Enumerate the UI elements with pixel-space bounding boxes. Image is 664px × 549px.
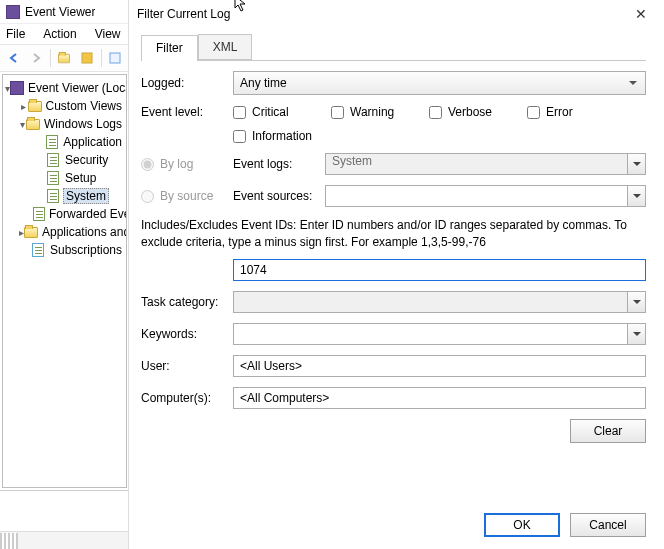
radio-by-source: By source xyxy=(141,189,233,203)
user-input[interactable] xyxy=(233,355,646,377)
dropdown-icon[interactable] xyxy=(627,324,645,344)
cancel-button[interactable]: Cancel xyxy=(570,513,646,537)
tb-icon-3[interactable] xyxy=(106,48,125,68)
tree-panel: ▾ Event Viewer (Local) ▸ Custom Views ▾ … xyxy=(2,74,127,488)
cursor-icon xyxy=(234,0,248,13)
dialog-titlebar: Filter Current Log ✕ xyxy=(129,0,664,28)
keywords-combo[interactable] xyxy=(233,323,646,345)
main-titlebar: Event Viewer xyxy=(0,0,129,24)
dialog-footer: OK Cancel xyxy=(484,513,646,537)
main-title: Event Viewer xyxy=(25,5,95,19)
collapse-icon[interactable]: ▾ xyxy=(19,119,26,130)
menu-action[interactable]: Action xyxy=(39,25,80,43)
logged-value: Any time xyxy=(240,76,287,90)
tb-icon-1[interactable] xyxy=(55,48,74,68)
label-computers: Computer(s): xyxy=(141,391,233,405)
menu-file[interactable]: File xyxy=(2,25,29,43)
svg-rect-1 xyxy=(110,53,120,63)
tree-custom-views[interactable]: ▸ Custom Views xyxy=(5,97,124,115)
svg-rect-0 xyxy=(82,53,92,63)
close-button[interactable]: ✕ xyxy=(626,4,656,24)
event-sources-value xyxy=(326,186,338,200)
event-logs-value: System xyxy=(332,154,372,168)
filter-dialog: Filter Current Log ✕ Filter XML Logged: … xyxy=(128,0,664,549)
ok-button[interactable]: OK xyxy=(484,513,560,537)
label-task-category: Task category: xyxy=(141,295,233,309)
tree-subscriptions[interactable]: Subscriptions xyxy=(5,241,124,259)
label-event-sources: Event sources: xyxy=(233,189,325,203)
label-event-logs: Event logs: xyxy=(233,157,325,171)
logged-combo[interactable]: Any time xyxy=(233,71,646,95)
event-id-help: Includes/Excludes Event IDs: Enter ID nu… xyxy=(141,217,646,251)
back-button[interactable] xyxy=(4,48,23,68)
tab-xml[interactable]: XML xyxy=(198,34,253,60)
dialog-title: Filter Current Log xyxy=(137,7,626,21)
event-logs-field: System xyxy=(325,153,646,175)
computers-input[interactable] xyxy=(233,387,646,409)
status-bar xyxy=(0,531,130,549)
tree-forwarded[interactable]: Forwarded Events xyxy=(5,205,124,223)
dropdown-icon xyxy=(627,292,645,312)
dropdown-icon[interactable] xyxy=(627,186,645,206)
tree-application[interactable]: Application xyxy=(5,133,124,151)
app-icon xyxy=(6,5,20,19)
label-user: User: xyxy=(141,359,233,373)
tree-root[interactable]: ▾ Event Viewer (Local) xyxy=(5,79,124,97)
tab-strip: Filter XML xyxy=(141,34,646,61)
label-event-level: Event level: xyxy=(141,105,233,119)
radio-by-log: By log xyxy=(141,157,233,171)
event-id-input[interactable] xyxy=(233,259,646,281)
chk-warning[interactable]: Warning xyxy=(331,105,403,119)
chk-error[interactable]: Error xyxy=(527,105,599,119)
clear-button[interactable]: Clear xyxy=(570,419,646,443)
menubar: File Action View xyxy=(0,24,129,44)
label-keywords: Keywords: xyxy=(141,327,233,341)
tree-setup[interactable]: Setup xyxy=(5,169,124,187)
event-sources-combo[interactable] xyxy=(325,185,646,207)
chk-information[interactable]: Information xyxy=(233,129,312,143)
forward-button[interactable] xyxy=(26,48,45,68)
menu-view[interactable]: View xyxy=(91,25,125,43)
expand-icon[interactable]: ▸ xyxy=(19,101,28,112)
tab-filter[interactable]: Filter xyxy=(141,35,198,61)
chk-critical[interactable]: Critical xyxy=(233,105,305,119)
tree-app-services[interactable]: ▸ Applications and Services Logs xyxy=(5,223,124,241)
chk-verbose[interactable]: Verbose xyxy=(429,105,501,119)
tb-icon-2[interactable] xyxy=(77,48,96,68)
toolbar xyxy=(0,44,129,72)
event-viewer-window: Event Viewer File Action View ▾ Event Vi… xyxy=(0,0,130,549)
tree-windows-logs[interactable]: ▾ Windows Logs xyxy=(5,115,124,133)
dropdown-icon xyxy=(627,154,645,174)
tree-system[interactable]: System xyxy=(5,187,124,205)
tree-security[interactable]: Security xyxy=(5,151,124,169)
task-category-combo xyxy=(233,291,646,313)
label-logged: Logged: xyxy=(141,76,233,90)
